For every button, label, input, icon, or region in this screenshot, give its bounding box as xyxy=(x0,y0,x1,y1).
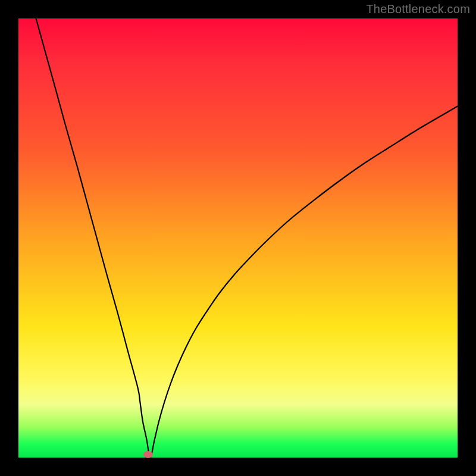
watermark-text: TheBottleneck.com xyxy=(366,2,470,16)
chart-frame: TheBottleneck.com xyxy=(0,0,476,476)
plot-area xyxy=(18,18,458,458)
bottleneck-curve xyxy=(18,18,458,458)
optimum-marker xyxy=(143,451,153,458)
